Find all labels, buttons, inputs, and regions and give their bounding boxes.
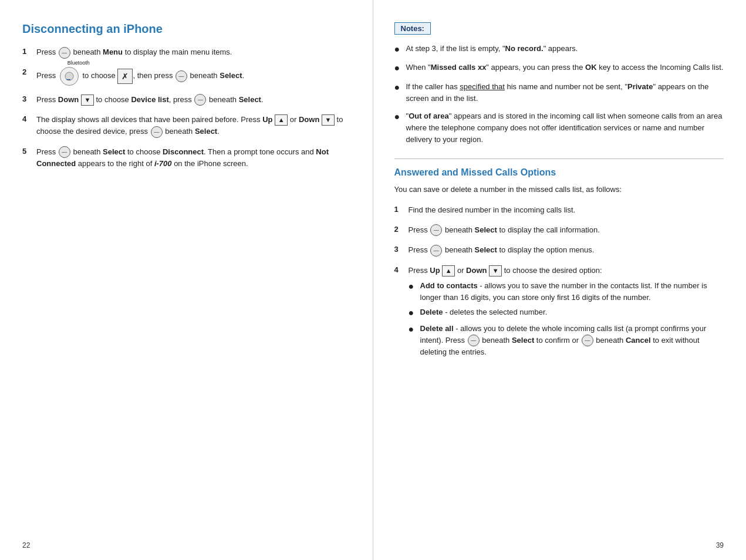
right-step-1-num: 1 (394, 205, 405, 214)
page-number-left: 22 (22, 541, 30, 549)
page-number-right: 39 (716, 541, 724, 549)
bluetooth-settings-icon: ✗ (117, 69, 133, 84)
select-button-icon-4 (151, 126, 163, 138)
right-step-2: 2 Press beneath Select to display the ca… (394, 224, 724, 237)
right-step-1-content: Find the desired number in the incoming … (409, 204, 724, 216)
note-item-1: ● At step 3, if the list is empty, "No r… (394, 43, 724, 56)
right-step-3-num: 3 (394, 245, 405, 254)
sub-bullet-1: ● (409, 280, 418, 293)
note-item-3: ● If the caller has specified that his n… (394, 81, 724, 104)
right-section-title: Answered and Missed Calls Options (394, 167, 724, 178)
cancel-btn (582, 335, 593, 346)
option-delete: ● Delete - deletes the selected number. (409, 306, 724, 319)
option-delete-all: ● Delete all - allows you to delete the … (409, 323, 724, 359)
section2-intro: You can save or delete a number in the m… (394, 184, 724, 195)
left-section-title: Disconnecting an iPhone (22, 22, 352, 36)
bullet-icon-2: ● (394, 62, 404, 75)
right-step-2-content: Press beneath Select to display the call… (409, 224, 724, 237)
option-delete-all-text: Delete all - allows you to delete the wh… (420, 323, 724, 359)
right-step-4: 4 Press Up ▲ or Down ▼ to choose the des… (394, 265, 724, 362)
left-column: Disconnecting an iPhone 1 Press beneath … (0, 0, 373, 560)
sub-bullet-3: ● (409, 323, 418, 336)
right-step-1: 1 Find the desired number in the incomin… (394, 204, 724, 216)
right-step-3-content: Press beneath Select to display the opti… (409, 244, 724, 257)
step-3-num: 3 (22, 95, 33, 103)
step-2-num: 2 (22, 68, 33, 76)
right-column: Notes: ● At step 3, if the list is empty… (373, 0, 747, 560)
note-text-4: "Out of area" appears and is stored in t… (406, 110, 724, 146)
right-step-2-num: 2 (394, 225, 405, 234)
confirm-btn (468, 335, 480, 346)
down-key-icon-4: ▼ (322, 114, 335, 126)
select-button-icon-2 (175, 70, 187, 82)
select-btn-r3 (430, 245, 442, 257)
step-4-num: 4 (22, 114, 33, 123)
step-4-content: The display shows all devices that have … (36, 114, 352, 138)
bullet-icon-4: ● (394, 110, 404, 123)
up-key-icon-4: ▲ (275, 114, 288, 126)
option-add-contacts: ● Add to contacts - allows you to save t… (409, 280, 724, 303)
step-1-content: Press beneath Menu to display the main m… (36, 46, 352, 59)
sub-bullet-2: ● (409, 306, 418, 319)
up-key-r4: ▲ (442, 265, 455, 276)
right-step-4-num: 4 (394, 265, 405, 274)
step-2: 2 Press Bluetooth ⎯ to choose ✗, then pr… (22, 67, 352, 86)
page: Disconnecting an iPhone 1 Press beneath … (0, 0, 746, 560)
notes-label: Notes: (394, 22, 431, 35)
right-step-4-content: Press Up ▲ or Down ▼ to choose the desir… (409, 265, 724, 362)
note-text-2: When "Missed calls xx" appears, you can … (406, 62, 724, 73)
step-4: 4 The display shows all devices that hav… (22, 114, 352, 138)
svg-text:⎯: ⎯ (66, 73, 71, 80)
note-text-3: If the caller has specified that his nam… (406, 81, 724, 104)
step-2-content: Press Bluetooth ⎯ to choose ✗, then pres… (36, 67, 352, 86)
bullet-icon-1: ● (394, 43, 404, 56)
notes-list: ● At step 3, if the list is empty, "No r… (394, 43, 724, 146)
menu-button-icon (59, 47, 70, 59)
option-add-contacts-text: Add to contacts - allows you to save the… (420, 280, 724, 303)
select-btn-r2 (430, 224, 442, 236)
bullet-icon-3: ● (394, 81, 404, 94)
down-key-r4: ▼ (489, 265, 502, 276)
step-3-content: Press Down ▼ to choose Device list, pres… (36, 94, 352, 106)
step-1-num: 1 (22, 47, 33, 56)
select-button-icon-5 (59, 146, 70, 158)
bluetooth-label: Bluetooth (67, 59, 90, 68)
step-1: 1 Press beneath Menu to display the main… (22, 46, 352, 59)
down-key-icon: ▼ (81, 95, 94, 106)
step-5-content: Press beneath Select to choose Disconnec… (36, 146, 352, 170)
right-step-3: 3 Press beneath Select to display the op… (394, 244, 724, 257)
bluetooth-device-icon: ⎯ (60, 67, 79, 86)
note-item-4: ● "Out of area" appears and is stored in… (394, 110, 724, 146)
note-item-2: ● When "Missed calls xx" appears, you ca… (394, 62, 724, 75)
step-3: 3 Press Down ▼ to choose Device list, pr… (22, 94, 352, 106)
step-5: 5 Press beneath Select to choose Disconn… (22, 146, 352, 170)
note-text-1: At step 3, if the list is empty, "No rec… (406, 43, 724, 55)
option-delete-text: Delete - deletes the selected number. (420, 306, 548, 318)
step-5-num: 5 (22, 147, 33, 156)
option-list: ● Add to contacts - allows you to save t… (409, 280, 724, 359)
section-divider (394, 158, 724, 159)
select-button-icon-3 (194, 94, 206, 106)
